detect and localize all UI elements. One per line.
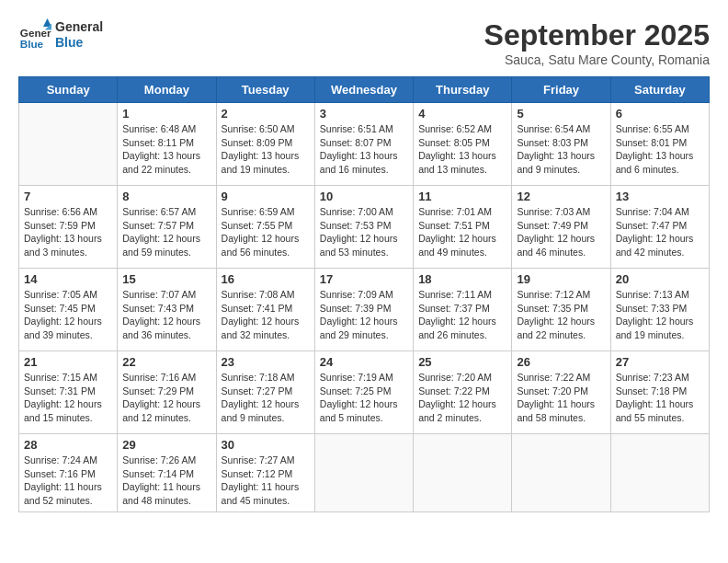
calendar-cell: 20Sunrise: 7:13 AM Sunset: 7:33 PM Dayli… xyxy=(610,269,709,351)
day-number: 8 xyxy=(122,190,210,203)
calendar: SundayMondayTuesdayWednesdayThursdayFrid… xyxy=(18,76,710,512)
day-info: Sunrise: 7:08 AM Sunset: 7:41 PM Dayligh… xyxy=(222,288,310,342)
day-number: 13 xyxy=(616,190,704,203)
day-number: 14 xyxy=(24,272,112,286)
day-info: Sunrise: 7:15 AM Sunset: 7:31 PM Dayligh… xyxy=(24,371,112,425)
day-number: 11 xyxy=(418,190,506,203)
day-number: 26 xyxy=(517,355,605,369)
calendar-cell: 27Sunrise: 7:23 AM Sunset: 7:18 PM Dayli… xyxy=(610,351,709,434)
weekday-header-thursday: Thursday xyxy=(414,77,512,103)
calendar-cell: 10Sunrise: 7:00 AM Sunset: 7:53 PM Dayli… xyxy=(314,186,413,269)
calendar-cell: 18Sunrise: 7:11 AM Sunset: 7:37 PM Dayli… xyxy=(414,269,512,351)
day-info: Sunrise: 7:20 AM Sunset: 7:22 PM Dayligh… xyxy=(418,371,506,425)
calendar-cell: 25Sunrise: 7:20 AM Sunset: 7:22 PM Dayli… xyxy=(414,351,512,434)
day-number: 25 xyxy=(418,355,506,369)
day-info: Sunrise: 7:12 AM Sunset: 7:35 PM Dayligh… xyxy=(517,288,605,342)
day-info: Sunrise: 6:52 AM Sunset: 8:05 PM Dayligh… xyxy=(418,122,506,177)
calendar-cell: 23Sunrise: 7:18 AM Sunset: 7:27 PM Dayli… xyxy=(216,351,314,434)
calendar-cell: 9Sunrise: 6:59 AM Sunset: 7:55 PM Daylig… xyxy=(216,186,314,269)
day-number: 23 xyxy=(222,355,310,369)
calendar-cell: 15Sunrise: 7:07 AM Sunset: 7:43 PM Dayli… xyxy=(118,269,216,351)
logo-blue: Blue xyxy=(55,35,103,51)
day-number: 27 xyxy=(616,355,704,369)
day-number: 1 xyxy=(122,107,210,121)
logo-icon: General Blue xyxy=(18,18,51,52)
calendar-cell xyxy=(512,434,610,512)
day-number: 29 xyxy=(122,438,210,452)
day-info: Sunrise: 7:24 AM Sunset: 7:16 PM Dayligh… xyxy=(24,454,112,508)
day-number: 6 xyxy=(616,107,704,121)
calendar-cell: 1Sunrise: 6:48 AM Sunset: 8:11 PM Daylig… xyxy=(118,103,216,186)
day-info: Sunrise: 7:23 AM Sunset: 7:18 PM Dayligh… xyxy=(616,371,704,425)
day-number: 16 xyxy=(222,272,310,286)
calendar-cell: 4Sunrise: 6:52 AM Sunset: 8:05 PM Daylig… xyxy=(414,103,512,186)
calendar-cell: 14Sunrise: 7:05 AM Sunset: 7:45 PM Dayli… xyxy=(19,269,118,351)
day-number: 22 xyxy=(122,355,210,369)
day-number: 10 xyxy=(320,190,408,203)
day-number: 18 xyxy=(418,272,506,286)
calendar-cell: 28Sunrise: 7:24 AM Sunset: 7:16 PM Dayli… xyxy=(19,434,118,512)
day-info: Sunrise: 7:05 AM Sunset: 7:45 PM Dayligh… xyxy=(24,288,112,342)
day-info: Sunrise: 7:03 AM Sunset: 7:49 PM Dayligh… xyxy=(517,205,605,259)
day-number: 24 xyxy=(320,355,408,369)
day-number: 12 xyxy=(517,190,605,203)
day-number: 4 xyxy=(418,107,506,121)
title-area: September 2025 Sauca, Satu Mare County, … xyxy=(484,18,710,67)
calendar-cell: 29Sunrise: 7:26 AM Sunset: 7:14 PM Dayli… xyxy=(118,434,216,512)
day-info: Sunrise: 6:55 AM Sunset: 8:01 PM Dayligh… xyxy=(616,122,704,177)
day-info: Sunrise: 6:51 AM Sunset: 8:07 PM Dayligh… xyxy=(320,122,408,177)
day-info: Sunrise: 7:27 AM Sunset: 7:12 PM Dayligh… xyxy=(222,454,310,508)
calendar-cell: 6Sunrise: 6:55 AM Sunset: 8:01 PM Daylig… xyxy=(610,103,709,186)
day-number: 21 xyxy=(24,355,112,369)
calendar-cell: 12Sunrise: 7:03 AM Sunset: 7:49 PM Dayli… xyxy=(512,186,610,269)
svg-text:Blue: Blue xyxy=(20,38,44,50)
day-number: 30 xyxy=(222,438,310,452)
day-info: Sunrise: 7:16 AM Sunset: 7:29 PM Dayligh… xyxy=(122,371,210,425)
day-info: Sunrise: 7:07 AM Sunset: 7:43 PM Dayligh… xyxy=(122,288,210,342)
day-number: 2 xyxy=(222,107,310,121)
day-info: Sunrise: 7:04 AM Sunset: 7:47 PM Dayligh… xyxy=(616,205,704,259)
day-info: Sunrise: 6:54 AM Sunset: 8:03 PM Dayligh… xyxy=(517,122,605,177)
month-title: September 2025 xyxy=(484,18,710,52)
calendar-cell: 24Sunrise: 7:19 AM Sunset: 7:25 PM Dayli… xyxy=(314,351,413,434)
day-number: 9 xyxy=(222,190,310,203)
calendar-cell: 8Sunrise: 6:57 AM Sunset: 7:57 PM Daylig… xyxy=(118,186,216,269)
weekday-header-row: SundayMondayTuesdayWednesdayThursdayFrid… xyxy=(19,77,710,103)
calendar-cell: 21Sunrise: 7:15 AM Sunset: 7:31 PM Dayli… xyxy=(19,351,118,434)
day-info: Sunrise: 7:11 AM Sunset: 7:37 PM Dayligh… xyxy=(418,288,506,342)
calendar-cell: 19Sunrise: 7:12 AM Sunset: 7:35 PM Dayli… xyxy=(512,269,610,351)
day-number: 15 xyxy=(122,272,210,286)
calendar-cell xyxy=(610,434,709,512)
location-subtitle: Sauca, Satu Mare County, Romania xyxy=(484,52,710,67)
day-info: Sunrise: 7:09 AM Sunset: 7:39 PM Dayligh… xyxy=(320,288,408,342)
calendar-cell: 11Sunrise: 7:01 AM Sunset: 7:51 PM Dayli… xyxy=(414,186,512,269)
day-info: Sunrise: 7:22 AM Sunset: 7:20 PM Dayligh… xyxy=(517,371,605,425)
day-info: Sunrise: 6:48 AM Sunset: 8:11 PM Dayligh… xyxy=(122,122,210,177)
day-info: Sunrise: 7:26 AM Sunset: 7:14 PM Dayligh… xyxy=(122,454,210,508)
weekday-header-tuesday: Tuesday xyxy=(216,77,314,103)
calendar-cell: 13Sunrise: 7:04 AM Sunset: 7:47 PM Dayli… xyxy=(610,186,709,269)
day-info: Sunrise: 7:13 AM Sunset: 7:33 PM Dayligh… xyxy=(616,288,704,342)
day-info: Sunrise: 7:19 AM Sunset: 7:25 PM Dayligh… xyxy=(320,371,408,425)
day-info: Sunrise: 6:59 AM Sunset: 7:55 PM Dayligh… xyxy=(222,205,310,259)
calendar-cell xyxy=(414,434,512,512)
calendar-cell: 2Sunrise: 6:50 AM Sunset: 8:09 PM Daylig… xyxy=(216,103,314,186)
calendar-cell: 22Sunrise: 7:16 AM Sunset: 7:29 PM Dayli… xyxy=(118,351,216,434)
calendar-cell: 3Sunrise: 6:51 AM Sunset: 8:07 PM Daylig… xyxy=(314,103,413,186)
day-info: Sunrise: 6:50 AM Sunset: 8:09 PM Dayligh… xyxy=(222,122,310,177)
weekday-header-friday: Friday xyxy=(512,77,610,103)
logo-general: General xyxy=(55,19,103,35)
weekday-header-wednesday: Wednesday xyxy=(314,77,413,103)
weekday-header-saturday: Saturday xyxy=(610,77,709,103)
day-info: Sunrise: 7:01 AM Sunset: 7:51 PM Dayligh… xyxy=(418,205,506,259)
header: General Blue General Blue September 2025… xyxy=(18,18,710,67)
day-info: Sunrise: 6:56 AM Sunset: 7:59 PM Dayligh… xyxy=(24,205,112,259)
day-number: 7 xyxy=(24,190,112,203)
calendar-cell: 7Sunrise: 6:56 AM Sunset: 7:59 PM Daylig… xyxy=(19,186,118,269)
day-number: 5 xyxy=(517,107,605,121)
day-number: 3 xyxy=(320,107,408,121)
day-info: Sunrise: 7:18 AM Sunset: 7:27 PM Dayligh… xyxy=(222,371,310,425)
day-number: 20 xyxy=(616,272,704,286)
calendar-cell xyxy=(19,103,118,186)
calendar-cell: 16Sunrise: 7:08 AM Sunset: 7:41 PM Dayli… xyxy=(216,269,314,351)
